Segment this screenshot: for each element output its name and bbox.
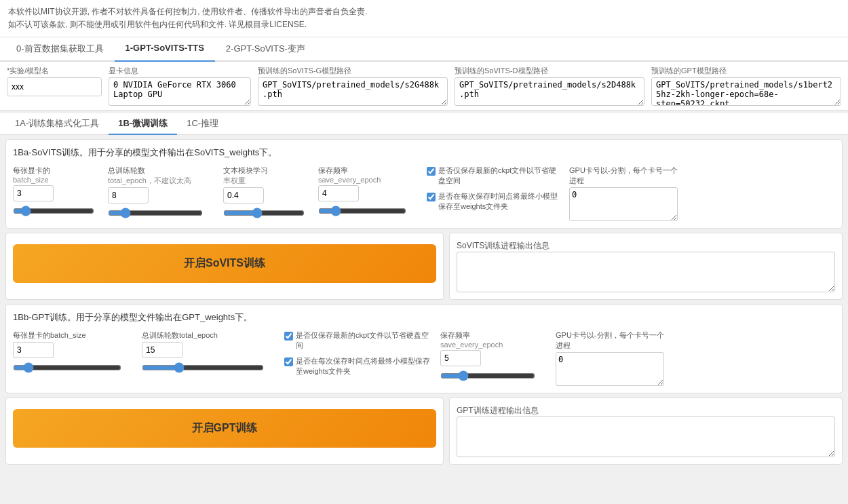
sovits-epoch-input[interactable] <box>108 187 149 203</box>
gpt-gpu-label: GPU卡号以-分割，每个卡号一个进程 <box>556 330 664 351</box>
sovits-d-label: 预训练的SoVITS-D模型路径 <box>455 66 644 76</box>
sovits-gpu-label: GPU卡号以-分割，每个卡号一个进程 <box>569 166 678 186</box>
sovits-checkbox1-input[interactable] <box>427 167 436 176</box>
gpt-checkbox2-input[interactable] <box>284 357 293 366</box>
sub-tabs: 1A-训练集格式化工具 1B-微调训练 1C-推理 <box>0 113 848 135</box>
experiment-field: *实验/模型名 <box>7 66 102 106</box>
sub-tab-1b[interactable]: 1B-微调训练 <box>109 113 177 135</box>
gpt-output-textarea[interactable] <box>457 416 835 457</box>
gpu-info-textarea[interactable]: 0 NVIDIA GeForce RTX 3060 Laptop GPU <box>109 77 251 106</box>
gpt-epoch-slider[interactable] <box>142 362 264 373</box>
gpt-train-button[interactable]: 开启GPT训练 <box>13 409 436 448</box>
gpt-checkbox1-input[interactable] <box>284 332 293 341</box>
notice-line2: 如不认可该条款, 则不能使用或引用软件包内任何代码和文件. 详见根目录LICEN… <box>8 18 840 31</box>
gpt-savefreq-input[interactable] <box>440 350 481 366</box>
sovits-g-textarea[interactable]: GPT_SoVITS/pretrained_models/s2G488k.pth <box>258 77 448 106</box>
main-tab-2[interactable]: 2-GPT-SoVITS-变声 <box>215 37 316 62</box>
gpt-checkbox1[interactable]: 是否仅保存最新的ckpt文件以节省硬盘空间 <box>284 330 433 351</box>
sovits-textmod-slider[interactable] <box>223 208 305 218</box>
top-notice: 本软件以MIT协议开源, 作者不对软件具备任何控制力, 使用软件者、传播软件导出… <box>0 0 848 37</box>
gpt-model-textarea[interactable]: GPT_SoVITS/pretrained_models/s1bert25hz-… <box>651 77 841 106</box>
sovits-batch-label: 每张显卡的 batch_size <box>13 166 101 184</box>
sovits-checkbox1[interactable]: 是否仅保存最新的ckpt文件以节省硬盘空间 <box>427 166 562 186</box>
gpt-train-section: 开启GPT训练 <box>5 398 444 465</box>
main-tab-1[interactable]: 1-GPT-SoVITS-TTS <box>115 37 215 62</box>
sovits-epoch-label: 总训练轮数 total_epoch，不建议太高 <box>108 166 216 186</box>
gpt-gpu-textarea[interactable]: 0 <box>556 352 664 386</box>
sovits-savefreq-input[interactable] <box>318 185 359 201</box>
sovits-batch-input[interactable] <box>13 185 54 201</box>
gpu-info-field: 显卡信息 0 NVIDIA GeForce RTX 3060 Laptop GP… <box>109 66 251 106</box>
sovits-train-row: 开启SoVITS训练 SoVITS训练进程输出信息 <box>5 233 843 300</box>
sovits-output-label: SoVITS训练进程输出信息 <box>457 240 835 252</box>
sovits-train-section: 开启SoVITS训练 <box>5 233 444 300</box>
sovits-textmod-input[interactable] <box>223 187 264 203</box>
gpu-info-label: 显卡信息 <box>109 66 251 76</box>
sovits-g-label: 预训练的SoVITS-G模型路径 <box>258 66 448 76</box>
gpt-checkbox2[interactable]: 是否在每次保存时间点将最终小模型保存至weights文件夹 <box>284 356 433 376</box>
gpt-savefreq-label: 保存频率 save_every_epoch <box>440 330 549 349</box>
sovits-d-textarea[interactable]: GPT_SoVITS/pretrained_models/s2D488k.pth <box>455 77 644 106</box>
gpt-train-row: 开启GPT训练 GPT训练进程输出信息 <box>5 398 843 465</box>
sub-tab-1c[interactable]: 1C-推理 <box>177 113 228 135</box>
gpt-epoch-input[interactable] <box>142 342 182 358</box>
gpt-model-label: 预训练的GPT模型路径 <box>651 66 841 76</box>
notice-line1: 本软件以MIT协议开源, 作者不对软件具备任何控制力, 使用软件者、传播软件导出… <box>8 5 840 18</box>
sovits-train-button[interactable]: 开启SoVITS训练 <box>13 244 436 283</box>
main-tab-0[interactable]: 0-前置数据集获取工具 <box>5 37 115 62</box>
sovits-checkbox2[interactable]: 是否在每次保存时间点将最终小模型保存至weights文件夹 <box>427 191 562 212</box>
sovits-g-field: 预训练的SoVITS-G模型路径 GPT_SoVITS/pretrained_m… <box>258 66 448 106</box>
sovits-batch-slider[interactable] <box>13 206 94 216</box>
gpt-output-label: GPT训练进程输出信息 <box>457 405 835 416</box>
gpt-section-title: 1Bb-GPT训练。用于分享的模型文件输出在GPT_weights下。 <box>13 311 835 324</box>
gpt-batch-slider[interactable] <box>13 362 121 373</box>
sovits-gpu-textarea[interactable]: 0 <box>569 187 678 221</box>
gpt-batch-label: 每张显卡的batch_size <box>13 330 135 341</box>
sovits-section-title: 1Ba-SoVITS训练。用于分享的模型文件输出在SoVITS_weights下… <box>13 147 835 159</box>
experiment-input[interactable] <box>7 77 102 96</box>
sovits-savefreq-slider[interactable] <box>318 206 406 216</box>
gpt-savefreq-slider[interactable] <box>440 370 535 381</box>
gpt-epoch-label: 总训练轮数total_epoch <box>142 330 277 341</box>
sovits-textmod-label: 文本模块学习 率权重 <box>223 166 311 186</box>
gpt-batch-input[interactable] <box>13 342 54 358</box>
sovits-output-section: SoVITS训练进程输出信息 <box>449 233 843 300</box>
sovits-output-textarea[interactable] <box>457 252 835 292</box>
sub-tab-1a[interactable]: 1A-训练集格式化工具 <box>5 113 109 135</box>
sovits-checkbox2-input[interactable] <box>427 193 436 201</box>
main-tabs: 0-前置数据集获取工具 1-GPT-SoVITS-TTS 2-GPT-SoVIT… <box>0 37 848 62</box>
info-bar: *实验/模型名 显卡信息 0 NVIDIA GeForce RTX 3060 L… <box>0 62 848 111</box>
sovits-savefreq-label: 保存频率 save_every_epoch <box>318 166 420 184</box>
sovits-d-field: 预训练的SoVITS-D模型路径 GPT_SoVITS/pretrained_m… <box>455 66 644 106</box>
gpt-output-section: GPT训练进程输出信息 <box>449 398 843 465</box>
sovits-epoch-slider[interactable] <box>108 208 203 218</box>
gpt-model-field: 预训练的GPT模型路径 GPT_SoVITS/pretrained_models… <box>651 66 841 106</box>
experiment-label: *实验/模型名 <box>7 66 102 76</box>
